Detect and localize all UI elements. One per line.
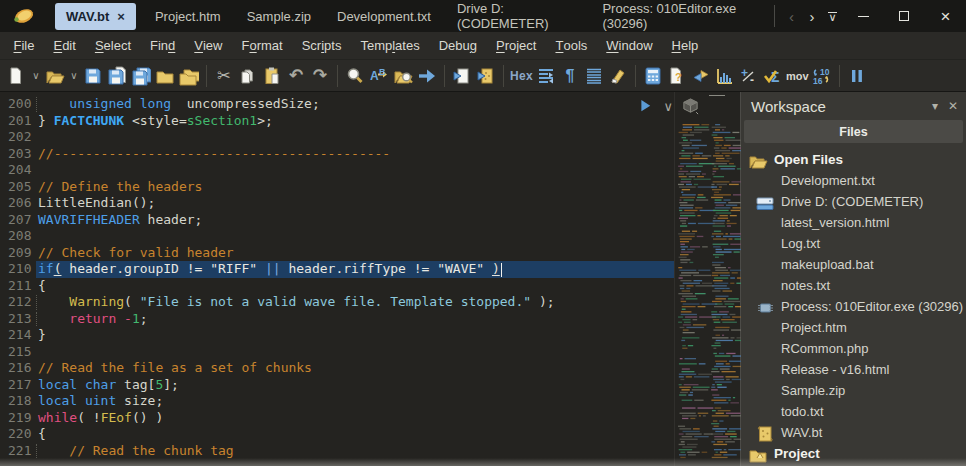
- tree-item-wav-bt[interactable]: WAV.bt: [741, 422, 966, 443]
- tree-item-rcommon-php[interactable]: RCommon.php: [741, 338, 966, 359]
- tab-process-010editor-exe-30296[interactable]: Process: 010Editor.exe (30296): [589, 0, 768, 32]
- tree-item-release-v16-html[interactable]: Release - v16.html: [741, 359, 966, 380]
- code-editor[interactable]: 200 unsigned long uncompressedSize;201} …: [0, 92, 674, 466]
- file-info-icon[interactable]: ?: [666, 63, 688, 89]
- code-line-202[interactable]: 202: [0, 129, 674, 146]
- undo-icon[interactable]: ↶: [285, 63, 307, 89]
- replace-icon[interactable]: AB: [368, 63, 390, 89]
- swap-icon[interactable]: [690, 63, 712, 89]
- minimap-canvas[interactable]: [675, 120, 741, 462]
- find-in-files-icon[interactable]: [392, 63, 414, 89]
- tree-item-todo-txt[interactable]: todo.txt: [741, 401, 966, 422]
- run-script-icon[interactable]: [451, 63, 473, 89]
- menu-scripts[interactable]: Scripts: [292, 32, 351, 59]
- menu-format[interactable]: Format: [232, 32, 292, 59]
- compare-icon[interactable]: [535, 63, 557, 89]
- tree-item-project[interactable]: Project: [741, 443, 966, 464]
- tab-wav-bt[interactable]: WAV.bt×: [55, 3, 136, 30]
- minimap[interactable]: [674, 92, 740, 466]
- close-file-icon[interactable]: [154, 63, 176, 89]
- code-line-209[interactable]: 209// Check for valid header: [0, 245, 674, 262]
- new-file-icon[interactable]: [6, 63, 28, 89]
- run-play-icon[interactable]: [639, 98, 655, 115]
- tab-files[interactable]: Files: [744, 120, 963, 143]
- code-line-219[interactable]: 219while( !FEof() ): [0, 410, 674, 427]
- code-line-216[interactable]: 216// Read the file as a set of chunks: [0, 360, 674, 377]
- tree-item-project-htm[interactable]: Project.htm: [741, 317, 966, 338]
- dropdown-icon[interactable]: ∨: [68, 63, 80, 89]
- tree-item-makeupload-bat[interactable]: makeupload.bat: [741, 254, 966, 275]
- menu-templates[interactable]: Templates: [351, 32, 429, 59]
- nav-back-icon[interactable]: ‹: [781, 2, 802, 30]
- code-line-207[interactable]: 207WAVRIFFHEADER header;: [0, 212, 674, 229]
- redo-icon[interactable]: ↷: [309, 63, 331, 89]
- highlight-icon[interactable]: [607, 63, 629, 89]
- code-line-201[interactable]: 201} FACTCHUNK <style=sSection1>;: [0, 113, 674, 130]
- nav-tab-list-icon[interactable]: ∨: [822, 2, 843, 30]
- cube-icon[interactable]: [681, 97, 700, 116]
- code-line-213[interactable]: 213 return -1;: [0, 311, 674, 328]
- code-line-200[interactable]: 200 unsigned long uncompressedSize;: [0, 96, 674, 113]
- tree-item-latest-version-html[interactable]: latest_version.html: [741, 212, 966, 233]
- code-line-206[interactable]: 206LittleEndian();: [0, 195, 674, 212]
- code-line-212[interactable]: 212 Warning( "File is not a valid wave f…: [0, 294, 674, 311]
- tree-item-drive-d-codemeter[interactable]: Drive D: (CODEMETER): [741, 191, 966, 212]
- close-all-icon[interactable]: [178, 63, 200, 89]
- copy-icon[interactable]: [237, 63, 259, 89]
- menu-file[interactable]: File: [4, 32, 44, 59]
- tree-item-notes-txt[interactable]: notes.txt: [741, 275, 966, 296]
- tree-item-process-010editor-exe-30296[interactable]: Process: 010Editor.exe (30296): [741, 296, 966, 317]
- code-line-214[interactable]: 214}: [0, 327, 674, 344]
- histogram-icon[interactable]: [714, 63, 736, 89]
- code-line-210[interactable]: 210if( header.groupID != "RIFF" || heade…: [0, 261, 674, 278]
- close-button[interactable]: ×: [925, 0, 966, 32]
- hex-icon[interactable]: Hex: [510, 63, 533, 89]
- pause-icon[interactable]: [846, 63, 868, 89]
- code-line-218[interactable]: 218local uint size;: [0, 393, 674, 410]
- dropdown-icon[interactable]: ∨: [30, 63, 42, 89]
- save-all-icon[interactable]: [130, 63, 152, 89]
- open-file-icon[interactable]: [44, 63, 66, 89]
- tab-drive-d-codemeter[interactable]: Drive D: (CODEMETER): [444, 0, 590, 32]
- menu-find[interactable]: Find: [141, 32, 185, 59]
- menu-debug[interactable]: Debug: [429, 32, 486, 59]
- menu-tools[interactable]: Tools: [546, 32, 597, 59]
- code-line-203[interactable]: 203//-----------------------------------…: [0, 146, 674, 163]
- tab-development-txt[interactable]: Development.txt: [324, 0, 444, 32]
- tree-item-sample-zip[interactable]: Sample.zip: [741, 380, 966, 401]
- menu-project[interactable]: Project: [487, 32, 546, 59]
- menu-view[interactable]: View: [185, 32, 232, 59]
- minimize-button[interactable]: [843, 0, 884, 32]
- checksum-icon[interactable]: Σ: [762, 63, 784, 89]
- tab-sample-zip[interactable]: Sample.zip: [234, 0, 324, 32]
- inc-dec-icon[interactable]: +-: [738, 63, 760, 89]
- cut-icon[interactable]: ✂: [213, 63, 235, 89]
- run-template-icon[interactable]: [475, 63, 497, 89]
- code-line-211[interactable]: 211{: [0, 278, 674, 295]
- code-line-215[interactable]: 215: [0, 344, 674, 361]
- goto-icon[interactable]: [416, 63, 438, 89]
- line-numbers-icon[interactable]: [583, 63, 605, 89]
- tree-item-development-txt[interactable]: Development.txt: [741, 170, 966, 191]
- code-line-221[interactable]: 221 // Read the chunk tag: [0, 443, 674, 460]
- menu-help[interactable]: Help: [662, 32, 708, 59]
- tree-item-log-txt[interactable]: Log.txt: [741, 233, 966, 254]
- find-icon[interactable]: [344, 63, 366, 89]
- menu-select[interactable]: Select: [85, 32, 140, 59]
- whitespace-icon[interactable]: ¶: [559, 63, 581, 89]
- calculator-icon[interactable]: [642, 63, 664, 89]
- menu-edit[interactable]: Edit: [44, 32, 85, 59]
- paste-icon[interactable]: [261, 63, 283, 89]
- workspace-menu-icon[interactable]: ▾: [932, 99, 938, 113]
- maximize-button[interactable]: [884, 0, 925, 32]
- code-line-205[interactable]: 205// Define the headers: [0, 179, 674, 196]
- code-line-220[interactable]: 220{: [0, 426, 674, 443]
- save-copy-icon[interactable]: [106, 63, 128, 89]
- save-icon[interactable]: [82, 63, 104, 89]
- code-line-204[interactable]: 204: [0, 162, 674, 179]
- code-line-217[interactable]: 217local char tag[5];: [0, 377, 674, 394]
- base-convert-icon[interactable]: 1016: [811, 63, 833, 89]
- menu-window[interactable]: Window: [597, 32, 662, 59]
- tree-item-open-files[interactable]: Open Files: [741, 149, 966, 170]
- tab-project-htm[interactable]: Project.htm: [142, 0, 234, 32]
